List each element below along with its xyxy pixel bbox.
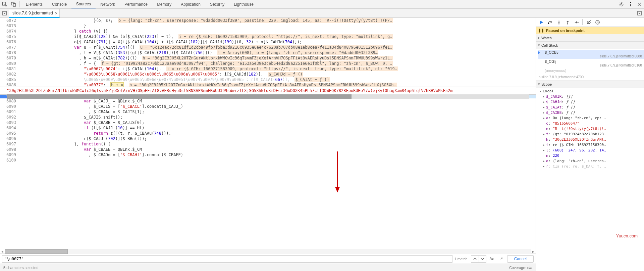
line-number[interactable]: 6081 [0, 66, 19, 72]
code-line[interactable]: 6089 var $_CAJJ_ = QBLnx.$_CM [0, 98, 536, 104]
line-number[interactable]: 6098 [0, 147, 19, 152]
resume-icon[interactable] [537, 18, 545, 27]
scope-variable[interactable]: ▸f: {gt: "019924a82c70bb123… [543, 132, 644, 137]
line-number[interactable]: 6096 [0, 136, 19, 141]
code-line[interactable]: 6075 i[$_CAHJd(128)] && (o[$_CAIAt(223)]… [0, 34, 536, 39]
callstack-frame[interactable]: $_CGIjslide.7.8.9.js:formatted:8168 [538, 59, 644, 68]
line-number[interactable]: 6077 [0, 45, 19, 50]
line-number[interactable]: 6074 [0, 29, 19, 34]
find-prev-icon[interactable] [471, 256, 479, 262]
scope-variable[interactable]: ▸o: {lang: "zh-cn", userres… [543, 159, 644, 164]
line-number[interactable]: 6091 [0, 109, 19, 115]
line-number[interactable]: 6076 [0, 39, 19, 45]
code-line[interactable]: 6077 var u = r[$_CAIAt(754)]() u = "6c12… [0, 45, 536, 50]
scope-variable[interactable]: ▸a: Oo {lang: "zh-cn", ep: … [543, 116, 644, 121]
scope-variable[interactable]: ▸i: re {$_GIH: 166927158390… [543, 142, 644, 148]
code-line[interactable]: 6078 , l = V[$_CAIAt(353)](gt[$_CAIAt(21… [0, 50, 536, 55]
more-tabs-icon[interactable] [635, 9, 644, 17]
code-line[interactable]: 6081 "\u0067\u0074": i[$_CAIAt(104)], i … [0, 66, 536, 72]
code-line[interactable]: 6085 \u0065\u0000\u0069\u0065\u006e\u007… [0, 77, 536, 82]
scope-variable[interactable]: c: "8516560647" [543, 121, 644, 126]
step-over-icon[interactable] [546, 18, 554, 27]
line-number[interactable]: 6079 [0, 55, 19, 61]
panel-tab-application[interactable]: Application [176, 0, 205, 8]
line-number[interactable]: 6073 [0, 23, 19, 29]
step-out-icon[interactable] [564, 18, 572, 27]
scope-variable[interactable]: ▸$_CAHIR: [ƒ] [543, 94, 644, 99]
code-line[interactable]: 6090 , $_CAJIS = ['$_CBACL'].concat($_CA… [0, 104, 536, 109]
close-icon[interactable]: × [55, 11, 58, 16]
file-navigator-toggle-icon[interactable] [0, 9, 9, 17]
deactivate-breakpoints-icon[interactable] [585, 18, 593, 27]
code-line[interactable]: 6072 }(o, s); o = {lang: "zh-cn", userre… [0, 18, 536, 23]
pause-exceptions-icon[interactable] [593, 18, 601, 27]
tooltip-scroll[interactable] [7, 94, 529, 99]
scope-variable[interactable]: ▸$_CAHJd: ƒ () [543, 99, 644, 105]
inspect-icon[interactable] [0, 0, 9, 9]
editor-hscroll[interactable]: ◂ ▸ [0, 249, 536, 254]
scope-variable[interactable]: e: "R--i(!!Ostty(y(y7t8t(!… [543, 126, 644, 132]
scope-variable[interactable]: ▸r: CIa {re: re, $_DAK: ƒ, … [543, 164, 644, 169]
scope-panel-header[interactable]: ▾Scope [536, 81, 644, 88]
scope-variable[interactable]: n: 220 [543, 153, 644, 159]
line-number[interactable]: 6099 [0, 152, 19, 157]
scroll-right-icon[interactable]: ▸ [531, 249, 536, 254]
find-cancel-button[interactable]: Cancel [507, 255, 534, 263]
line-number[interactable]: 6075 [0, 34, 19, 39]
kebab-menu-icon[interactable] [626, 0, 635, 9]
panel-tab-lighthouse[interactable]: Lighthouse [229, 0, 258, 8]
settings-icon[interactable] [617, 0, 626, 9]
code-line[interactable]: 6098 var $_CBAEE = QBLnx.$_CM [0, 147, 536, 152]
line-number[interactable]: 6085 [0, 77, 19, 82]
panel-tab-security[interactable]: Security [205, 0, 229, 8]
code-line[interactable]: 6094 if (t[$_CAJJ_(10)] == Ht) [0, 125, 536, 131]
line-number[interactable]: 6080 [0, 61, 19, 66]
panel-tab-memory[interactable]: Memory [152, 0, 176, 8]
file-tab[interactable]: slide.7.8.9.js:formatted × [9, 9, 60, 18]
panel-tab-elements[interactable]: Elements [21, 0, 47, 8]
code-line[interactable]: 6097 }, function() { [0, 141, 536, 147]
line-number[interactable]: 6094 [0, 125, 19, 131]
code-line[interactable]: 6091 , $_CBAAu = $_CAJIS[1]; [0, 109, 536, 115]
find-input[interactable] [2, 255, 452, 263]
callstack-panel-header[interactable]: ▾Call Stack [536, 42, 644, 49]
find-next-icon[interactable] [479, 256, 486, 262]
scope-variable[interactable]: ▸$_CAIAt: ƒ () [543, 105, 644, 110]
code-line[interactable]: 6082 "\u0063\u0068\u0061\u006c\u006c\u00… [0, 72, 536, 77]
callstack-frame[interactable]: (anonymous) [538, 68, 644, 73]
line-number[interactable]: 6092 [0, 115, 19, 120]
step-icon[interactable] [572, 18, 580, 27]
panel-tab-performance[interactable]: Performance [120, 0, 152, 8]
scope-variable[interactable]: ▸$_CAIBB: ƒ () [543, 110, 644, 116]
line-number[interactable]: 6095 [0, 131, 19, 136]
code-line[interactable]: 6093 var $_CBABB = $_CAJIS[0]; [0, 120, 536, 125]
panel-tab-network[interactable]: Network [96, 0, 120, 8]
line-number[interactable]: 6100 [0, 157, 19, 163]
line-number[interactable]: 6093 [0, 120, 19, 125]
watch-panel-header[interactable]: ▸Watch [536, 34, 644, 42]
code-line[interactable]: 6080 , f = { f = {gt: "019924a82c70bb123… [0, 61, 536, 66]
code-line[interactable]: 6096 r[$_CAJJ_(702)]($_BBn(t)); [0, 136, 536, 141]
code-line[interactable]: 6079 , h = m[$_CAIAt(782)](l) h = "30g2E… [0, 55, 536, 61]
code-line[interactable]: 6099 , $_CBADm = ['$_CBAHf'].concat($_CB… [0, 152, 536, 157]
code-line[interactable]: 6074 } catch (v) {} [0, 29, 536, 34]
line-number[interactable]: 6082 [0, 72, 19, 77]
scope-variable[interactable]: h: "30g2E3J05XL2OTZnGurANt… [543, 137, 644, 142]
scroll-left-icon[interactable]: ◂ [0, 249, 5, 254]
line-number[interactable]: 6097 [0, 141, 19, 147]
code-line[interactable]: 6076 o[$_CAIAt(791)] = X(i[$_CAIAt(104)]… [0, 39, 536, 45]
code-line[interactable]: 6092 $_CAJIS.shift(); [0, 115, 536, 120]
panel-tab-console[interactable]: Console [47, 0, 71, 8]
code-line[interactable]: 6073 } [0, 23, 536, 29]
close-devtools-icon[interactable] [635, 0, 644, 9]
line-number[interactable]: 6078 [0, 50, 19, 55]
callstack-frame[interactable]: $_CCBvslide.7.8.9.js:formatted:6088 [538, 50, 644, 59]
scope-variable[interactable]: ▸l: (608) [247, 96, 202, 14… [543, 148, 644, 153]
line-number[interactable]: 6072 [0, 18, 19, 23]
line-number[interactable]: 6089 [0, 98, 19, 104]
match-case-button[interactable]: Aa [488, 257, 496, 261]
code-line[interactable]: 6095 return z(F(t, r, $_CBAAu(748))); [0, 131, 536, 136]
step-into-icon[interactable] [555, 18, 563, 27]
line-number[interactable]: 6090 [0, 104, 19, 109]
regex-button[interactable]: .* [498, 257, 505, 261]
